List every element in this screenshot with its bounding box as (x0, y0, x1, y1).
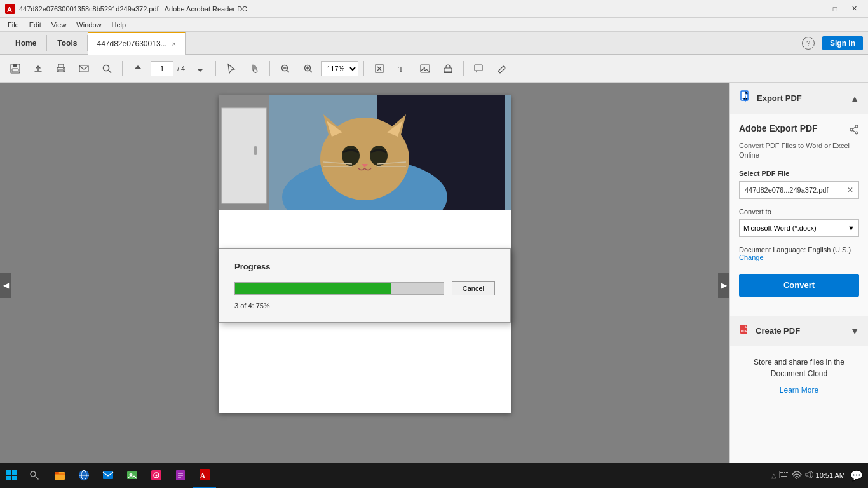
page-down-button[interactable] (190, 58, 210, 79)
email-button[interactable] (74, 58, 94, 79)
page-total: / 4 (175, 65, 187, 72)
svg-rect-19 (475, 65, 482, 71)
document-language: Document Language: English (U.S.) Change (739, 246, 859, 261)
adobe-export-title: Adobe Export PDF (739, 123, 818, 133)
create-pdf-title: Create PDF (756, 326, 800, 336)
svg-rect-18 (444, 72, 452, 73)
help-icon[interactable]: ? (802, 37, 815, 50)
change-language-link[interactable]: Change (739, 254, 764, 261)
taskbar-network-icon[interactable] (792, 470, 802, 480)
menu-help[interactable]: Help (106, 20, 131, 30)
svg-rect-64 (780, 472, 782, 473)
page-up-button[interactable] (128, 58, 148, 79)
svg-rect-6 (58, 64, 64, 67)
progress-dialog: Progress Cancel 3 of 4: 75% (219, 248, 511, 323)
taskbar-search-button[interactable] (23, 463, 46, 488)
hand-tool-button[interactable] (244, 58, 264, 79)
taskbar-browser[interactable] (72, 463, 95, 488)
taskbar-show-hidden-icon[interactable]: △ (771, 472, 776, 479)
taskbar-keyboard-icon (779, 471, 789, 480)
tab-tools[interactable]: Tools (47, 35, 88, 51)
page-input[interactable] (151, 61, 173, 76)
upload-button[interactable] (28, 58, 48, 79)
taskbar-file-explorer[interactable] (48, 463, 71, 488)
create-pdf-icon: PDF (739, 324, 750, 338)
create-pdf-header: PDF Create PDF ▼ (730, 316, 868, 346)
toolbar-separator-5 (463, 61, 464, 76)
fit-page-button[interactable] (369, 58, 390, 79)
cancel-button[interactable]: Cancel (452, 281, 495, 295)
select-tool-button[interactable] (221, 58, 241, 79)
convert-to-value: Microsoft Word (*.docx) (743, 224, 817, 232)
taskbar-volume-icon[interactable] (804, 470, 813, 480)
zoom-select[interactable]: 117% 100% 75% 150% 200% (321, 61, 358, 76)
convert-to-dropdown[interactable]: Microsoft Word (*.docx) ▼ (739, 219, 859, 237)
tab-document[interactable]: 447d82e07630013... × (88, 32, 186, 55)
stamp-button[interactable] (438, 58, 458, 79)
svg-point-47 (31, 471, 36, 477)
export-pdf-collapse-button[interactable]: ▲ (850, 93, 859, 104)
comment-button[interactable] (469, 58, 489, 79)
taskbar-tray: △ (771, 470, 845, 480)
markup-button[interactable] (492, 58, 512, 79)
taskbar-notes[interactable] (169, 463, 192, 488)
close-button[interactable]: ✕ (845, 3, 863, 15)
zoom-in-button[interactable] (298, 58, 318, 79)
search-button[interactable] (97, 58, 117, 79)
menu-edit[interactable]: Edit (24, 20, 46, 30)
svg-point-38 (855, 125, 858, 128)
tab-close-button[interactable]: × (172, 40, 176, 48)
menu-window[interactable]: Window (71, 20, 106, 30)
svg-point-69 (796, 478, 797, 479)
taskbar-right: △ (771, 470, 868, 482)
toolbar-separator-3 (269, 61, 270, 76)
taskbar-mail[interactable] (97, 463, 119, 488)
svg-point-56 (156, 475, 158, 477)
sign-in-button[interactable]: Sign In (822, 36, 863, 50)
page-navigation: / 4 (151, 61, 187, 76)
print-button[interactable] (51, 58, 71, 79)
file-clear-button[interactable]: ✕ (847, 186, 853, 194)
svg-rect-58 (178, 473, 183, 474)
menu-file[interactable]: File (3, 20, 24, 30)
svg-rect-60 (178, 477, 181, 478)
taskbar-clock[interactable]: 10:51 AM (816, 471, 845, 479)
pdf-viewer[interactable]: ◀ ▶ (0, 83, 729, 488)
image-button[interactable] (415, 58, 435, 79)
taskbar-start-button[interactable] (0, 463, 23, 488)
window-title: 447d82e07630001358c8b5291d249a372.pdf - … (19, 5, 247, 13)
toolbar-separator-2 (215, 61, 216, 76)
minimize-button[interactable]: — (807, 3, 825, 15)
export-pdf-header: Export PDF ▲ (730, 83, 868, 114)
svg-rect-43 (6, 470, 11, 475)
svg-point-10 (104, 65, 109, 71)
learn-more-link[interactable]: Learn More (780, 386, 818, 395)
create-pdf-collapse-button[interactable]: ▼ (850, 326, 859, 336)
text-select-button[interactable]: T (392, 58, 412, 79)
convert-button[interactable]: Convert (739, 274, 859, 297)
menu-view[interactable]: View (46, 20, 72, 30)
svg-rect-68 (781, 476, 787, 477)
create-pdf-header-left: PDF Create PDF (739, 324, 800, 338)
save-button[interactable] (5, 58, 25, 79)
svg-rect-17 (444, 68, 452, 72)
svg-text:A: A (7, 6, 12, 13)
progress-dialog-title: Progress (234, 262, 495, 271)
tab-home[interactable]: Home (5, 35, 47, 51)
taskbar-running-apps: A (48, 463, 216, 488)
svg-text:T: T (398, 64, 403, 74)
file-selector[interactable]: 447d82e076...249a372.pdf ✕ (739, 181, 859, 199)
taskbar-acrobat[interactable]: A (193, 463, 216, 488)
svg-rect-63 (779, 471, 789, 478)
svg-rect-65 (782, 472, 783, 473)
maximize-button[interactable]: □ (826, 3, 844, 15)
zoom-out-button[interactable] (275, 58, 295, 79)
taskbar-photos[interactable] (121, 463, 144, 488)
taskbar: A △ (0, 463, 868, 488)
export-pdf-icon (739, 90, 752, 106)
file-name: 447d82e076...249a372.pdf (745, 186, 847, 194)
svg-rect-46 (12, 476, 17, 480)
select-pdf-label: Select PDF File (739, 170, 859, 177)
taskbar-notification-button[interactable]: 💬 (850, 470, 863, 482)
taskbar-music[interactable] (145, 463, 168, 488)
